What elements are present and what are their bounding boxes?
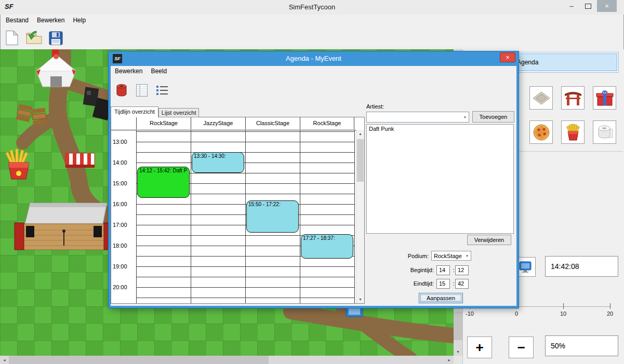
shop-item-toilet-paper[interactable] bbox=[593, 120, 616, 144]
scroll-left-icon[interactable]: ◄ bbox=[0, 356, 9, 364]
list-view-button[interactable] bbox=[153, 82, 170, 99]
schedule-event[interactable]: 14:12 - 15:42: Daft P bbox=[137, 167, 190, 198]
slider-tick-label: 10 bbox=[553, 311, 574, 317]
slider-tick bbox=[610, 303, 610, 309]
schedule-scroll-down-icon[interactable]: ▼ bbox=[356, 295, 364, 303]
schedule-scroll-up-icon[interactable]: ▲ bbox=[356, 130, 364, 138]
add-artist-button[interactable]: Toevoegen bbox=[472, 111, 514, 123]
menu-help[interactable]: Help bbox=[69, 15, 90, 24]
grid-line bbox=[136, 130, 137, 303]
scroll-right-icon[interactable]: ► bbox=[445, 356, 454, 364]
map-striped-stall[interactable] bbox=[65, 153, 95, 168]
open-file-icon bbox=[25, 31, 42, 45]
scrollbar-corner bbox=[454, 356, 462, 364]
close-button[interactable]: × bbox=[597, 0, 617, 12]
artist-combobox[interactable]: ▼ bbox=[366, 112, 469, 123]
tab-lijst-overzicht[interactable]: Lijst overzicht bbox=[158, 108, 200, 117]
schedule-body[interactable]: 13:0014:0015:0016:0017:0018:0019:0020:00… bbox=[111, 130, 356, 303]
dialog-toolbar bbox=[111, 77, 516, 100]
shop-item-fries[interactable] bbox=[561, 120, 585, 144]
window-title: SimFestTycoon bbox=[0, 3, 624, 11]
shop-item-floor-tile[interactable] bbox=[529, 86, 553, 110]
shop-item-pizza[interactable] bbox=[529, 120, 553, 144]
map-horizontal-scrollbar[interactable]: ◄ ► bbox=[0, 356, 454, 364]
entrance-gate-icon bbox=[564, 89, 582, 107]
end-hour-input[interactable]: 15 bbox=[436, 279, 450, 289]
timeline-view-button[interactable] bbox=[133, 82, 150, 99]
start-hour-input[interactable]: 14 bbox=[436, 265, 450, 275]
main-toolbar bbox=[0, 26, 624, 49]
new-file-icon bbox=[5, 30, 19, 46]
dialog-title: Agenda - MyEvent bbox=[109, 51, 519, 66]
schedule-scroll-thumb[interactable] bbox=[357, 139, 364, 182]
gift-icon bbox=[595, 89, 614, 107]
slider-tick-label: -10 bbox=[459, 311, 480, 317]
column-header: RockStage bbox=[136, 117, 191, 129]
column-header: RockStage bbox=[300, 117, 354, 129]
column-header: ClassicStage bbox=[245, 117, 300, 129]
delete-event-button[interactable] bbox=[113, 82, 130, 99]
minimize-button[interactable]: – bbox=[564, 0, 579, 12]
zoom-out-button[interactable]: − bbox=[509, 336, 534, 358]
time-label: 20:00 bbox=[113, 284, 128, 290]
dialog-menubar: BewerkenBeeld bbox=[111, 66, 516, 76]
scroll-down-icon[interactable]: ▼ bbox=[454, 347, 462, 356]
pizza-icon bbox=[532, 123, 551, 142]
menu-bestand[interactable]: Bestand bbox=[2, 15, 33, 24]
map-picnic-tables[interactable] bbox=[16, 104, 47, 125]
artist-list-item[interactable]: Daft Punk bbox=[367, 125, 513, 133]
time-label: 14:00 bbox=[113, 159, 128, 166]
menu-bewerken[interactable]: Bewerken bbox=[33, 15, 69, 24]
start-time-label: Begintijd: bbox=[388, 267, 434, 273]
dialog-logo-icon: SF bbox=[113, 54, 122, 63]
map-fries-stand[interactable] bbox=[6, 149, 29, 179]
time-label: 13:00 bbox=[113, 139, 128, 145]
time-label: 16:00 bbox=[113, 201, 128, 207]
dialog-close-button[interactable]: × bbox=[500, 52, 515, 62]
slider-tick bbox=[563, 303, 564, 309]
schedule-event[interactable]: 13:30 - 14:30: bbox=[192, 152, 244, 173]
titlebar: SF SimFestTycoon – × bbox=[0, 0, 624, 15]
new-file-button[interactable] bbox=[3, 29, 21, 47]
toilet-paper-icon bbox=[595, 123, 614, 142]
map-hscroll-thumb[interactable] bbox=[9, 356, 269, 364]
schedule-event[interactable]: 17:27 - 18:37: bbox=[301, 234, 353, 259]
dialog-body: BewerkenBeeld Tijdlijn overzicht Lijst o… bbox=[111, 66, 516, 306]
end-minute-input[interactable]: 42 bbox=[455, 279, 469, 289]
dialog-menu-bewerken[interactable]: Bewerken bbox=[111, 66, 147, 75]
apply-button[interactable]: Aanpassen bbox=[419, 293, 463, 303]
save-file-button[interactable] bbox=[46, 29, 65, 47]
schedule-scrollbar[interactable]: ▲ ▼ bbox=[356, 130, 364, 303]
slider-tick-label: 0 bbox=[506, 311, 527, 317]
grid-line bbox=[300, 130, 300, 303]
time-label: 15:00 bbox=[113, 180, 128, 186]
shop-item-entrance-gate[interactable] bbox=[561, 86, 585, 110]
dropdown-arrow-icon: ▼ bbox=[463, 116, 467, 119]
time-label: 17:00 bbox=[113, 222, 128, 228]
tab-tijdlijn-overzicht[interactable]: Tijdlijn overzicht bbox=[111, 106, 158, 117]
zoom-level-display: 50% bbox=[545, 335, 618, 356]
screen-icon bbox=[518, 260, 533, 274]
zoom-in-button[interactable]: + bbox=[467, 336, 492, 358]
maximize-button[interactable] bbox=[580, 0, 596, 12]
column-header: JazzyStage bbox=[191, 117, 245, 129]
grid-line bbox=[354, 130, 355, 303]
schedule-event[interactable]: 15:50 - 17:22: bbox=[246, 200, 299, 232]
artist-listbox[interactable]: Daft Punk bbox=[366, 124, 514, 234]
agenda-dialog: Agenda - MyEvent SF × BewerkenBeeld Tijd… bbox=[109, 51, 519, 308]
map-blue-stand[interactable] bbox=[346, 306, 363, 317]
time-label: 18:00 bbox=[113, 242, 128, 249]
schedule-grid: RockStageJazzyStageClassicStageRockStage… bbox=[111, 117, 365, 304]
list-view-icon bbox=[156, 84, 168, 97]
shop-item-gift[interactable] bbox=[593, 86, 616, 110]
grid-line bbox=[245, 130, 246, 303]
open-file-button[interactable] bbox=[24, 29, 43, 47]
dialog-menu-beeld[interactable]: Beeld bbox=[147, 66, 171, 75]
start-minute-input[interactable]: 12 bbox=[455, 265, 469, 275]
podium-combobox[interactable]: RockStage ▼ bbox=[431, 251, 471, 261]
remove-artist-button[interactable]: Verwijderen bbox=[467, 235, 511, 245]
close-icon: × bbox=[605, 2, 609, 10]
trash-icon bbox=[116, 84, 127, 97]
map-stage[interactable] bbox=[15, 203, 113, 250]
dropdown-arrow-icon: ▼ bbox=[466, 254, 469, 258]
